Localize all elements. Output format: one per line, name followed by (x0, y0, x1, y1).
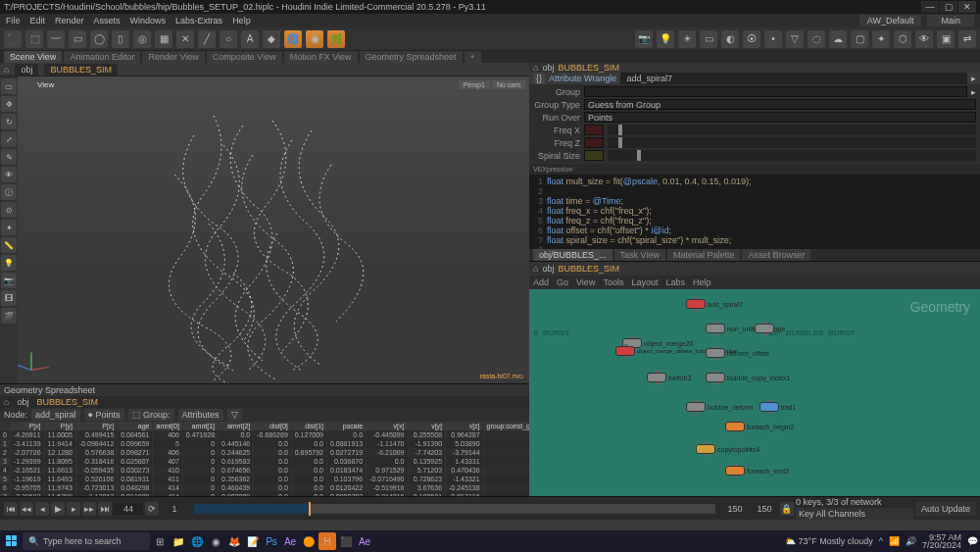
ruler-tool-icon[interactable]: 📏 (1, 237, 17, 253)
freqz-slider[interactable] (608, 137, 976, 148)
explorer-icon[interactable]: 📁 (170, 532, 187, 550)
node-copytopoints[interactable]: copytopoints4 (696, 444, 760, 454)
shelf-camera-icon[interactable]: 📷 (635, 30, 653, 48)
prev-frame-button[interactable]: ◂ (35, 502, 49, 516)
menu-assets[interactable]: Assets (94, 16, 121, 25)
menu-render[interactable]: Render (55, 16, 84, 25)
node-add-spiral[interactable]: add_spiral7 (686, 299, 743, 309)
group-icon[interactable]: ⬚ Group: (128, 409, 174, 421)
net-tab-obj[interactable]: obj/BUBBLES_... (533, 249, 612, 261)
weather-widget[interactable]: ⛅ 73°F Mostly cloudy (785, 536, 873, 546)
shelf-select-icon[interactable]: ⬚ (25, 30, 43, 48)
shelf-distant-icon[interactable]: ⦿ (743, 30, 760, 48)
home-icon[interactable]: ⌂ (533, 63, 538, 73)
notifications-icon[interactable]: 💬 (967, 536, 978, 546)
realtime-toggle[interactable]: ⟳ (145, 502, 159, 516)
shelf-portal-icon[interactable]: ▢ (851, 30, 868, 48)
net-menu-tools[interactable]: Tools (603, 277, 623, 287)
path-obj[interactable]: obj (15, 64, 38, 75)
shelf-skylight-icon[interactable]: ☁ (829, 30, 847, 48)
viewport[interactable]: View Persp1 No cam (18, 76, 529, 383)
close-button[interactable]: ✕ (958, 1, 976, 13)
freqx-field[interactable] (584, 125, 604, 135)
net-tab-mat[interactable]: Material Palette (667, 249, 741, 261)
shelf-spiral-icon[interactable]: 🌀 (284, 30, 302, 48)
shelf-stereo-icon[interactable]: 👁 (915, 30, 933, 48)
shelf-null-icon[interactable]: ✕ (176, 30, 194, 48)
shelf-geolight-icon[interactable]: ◐ (721, 30, 739, 48)
shelf-sphere-icon[interactable]: ◯ (90, 30, 108, 48)
spread-path-node[interactable]: BUBBLES_SIM (36, 397, 98, 407)
view-tool-icon[interactable]: 👁 (1, 167, 17, 182)
home-icon[interactable]: ⌂ (4, 65, 9, 75)
end-frame-2[interactable]: 150 (751, 504, 778, 514)
spreadsheet-table[interactable]: P[x]P[y]P[z]ageamnt[0]amnt[1]amnt[2]dist… (0, 422, 529, 496)
last-frame-button[interactable]: ⏭ (98, 502, 112, 516)
freqz-field[interactable] (584, 137, 604, 148)
menu-edit[interactable]: Edit (30, 16, 46, 25)
shelf-box-icon[interactable]: ▭ (69, 30, 86, 48)
render-icon[interactable]: 🎬 (1, 308, 17, 324)
first-frame-button[interactable]: ⏮ (4, 502, 18, 516)
start-button[interactable] (2, 531, 22, 551)
handle-tool-icon[interactable]: ✦ (1, 220, 17, 235)
home-icon[interactable]: ⌂ (4, 397, 9, 407)
net-menu-go[interactable]: Go (557, 277, 568, 287)
snap-tool-icon[interactable]: ⊙ (1, 202, 17, 218)
next-frame-button[interactable]: ▸ (67, 502, 80, 516)
end-frame[interactable]: 150 (721, 504, 749, 514)
spiral-slider[interactable] (608, 150, 976, 161)
grouptype-field[interactable]: Guess from Group (584, 99, 976, 110)
node-field[interactable]: add_spiral (31, 409, 80, 421)
shelf-arealight-icon[interactable]: ▭ (700, 30, 717, 48)
prev-key-button[interactable]: ◂◂ (20, 502, 33, 516)
shelf-envlight-icon[interactable]: ☀ (678, 30, 696, 48)
net-tab-asset[interactable]: Asset Browser (742, 249, 810, 261)
node-bubble-deform[interactable]: bubble_deform (686, 402, 754, 412)
flipbook-icon[interactable]: 🎞 (1, 290, 17, 306)
node-deform-offset[interactable]: deform_offset (706, 348, 769, 358)
node-switch[interactable]: switch3 (647, 373, 691, 382)
node-bubble-copy[interactable]: bubble_copy_index1 (706, 373, 790, 382)
firefox-icon[interactable]: 🦊 (225, 532, 243, 550)
inspect-tool-icon[interactable]: ⓘ (1, 184, 17, 200)
shelf-light-icon[interactable]: 💡 (657, 30, 674, 48)
shelf-line-icon[interactable]: ╱ (198, 30, 216, 48)
node-foreach-end[interactable]: foreach_end2 (725, 466, 789, 476)
node-foreach-begin[interactable]: foreach_begin2 (725, 422, 794, 431)
node-flip-null[interactable] (755, 324, 774, 333)
shelf-lsystem-icon[interactable]: 🌿 (327, 30, 345, 48)
task-view-icon[interactable]: ⊞ (151, 532, 169, 550)
shelf-pointlight-icon[interactable]: • (764, 30, 782, 48)
shelf-misc-icon[interactable]: ⬛ (4, 30, 22, 48)
parm-path-obj[interactable]: obj (542, 63, 554, 73)
menu-windows[interactable]: Windows (130, 16, 167, 25)
tab-add[interactable]: + (465, 51, 481, 63)
shelf-tube-icon[interactable]: ▯ (112, 30, 129, 48)
menu-labs[interactable]: Labs-Extras (175, 16, 222, 25)
spread-path-obj[interactable]: obj (17, 397, 28, 407)
attrib-button[interactable]: Attributes (178, 409, 223, 421)
chrome-icon[interactable]: ◉ (207, 532, 224, 550)
parm-menu-icon[interactable]: ▸ (971, 74, 976, 83)
timeline-track[interactable] (194, 504, 715, 514)
blender-icon[interactable]: 🟠 (300, 532, 318, 550)
shelf-grid-icon[interactable]: ▦ (155, 30, 172, 48)
tab-render-view[interactable]: Render View (142, 51, 204, 63)
home-icon[interactable]: ⌂ (533, 264, 538, 274)
freqx-slider[interactable] (608, 125, 976, 135)
anim-mode[interactable]: Key All Channels (796, 508, 913, 520)
net-menu-layout[interactable]: Layout (631, 277, 658, 287)
auto-update-toggle[interactable]: Auto Update (915, 502, 976, 516)
shelf-curve-icon[interactable]: 〰 (47, 30, 65, 48)
start-frame[interactable]: 1 (161, 504, 188, 514)
shelf-gi-icon[interactable]: ⬡ (894, 30, 911, 48)
net-menu-add[interactable]: Add (533, 277, 549, 287)
group-selector-icon[interactable]: ▸ (971, 87, 976, 97)
shelf-vr-icon[interactable]: ▣ (937, 30, 955, 48)
net-path-node[interactable]: BUBBLES_SIM (558, 264, 619, 274)
tab-motionfx[interactable]: Motion FX View (284, 51, 358, 63)
shelf-ambient-icon[interactable]: ◌ (808, 30, 825, 48)
shelf-metaball-icon[interactable]: ◉ (306, 30, 323, 48)
points-toggle[interactable]: ● Points (84, 409, 124, 421)
